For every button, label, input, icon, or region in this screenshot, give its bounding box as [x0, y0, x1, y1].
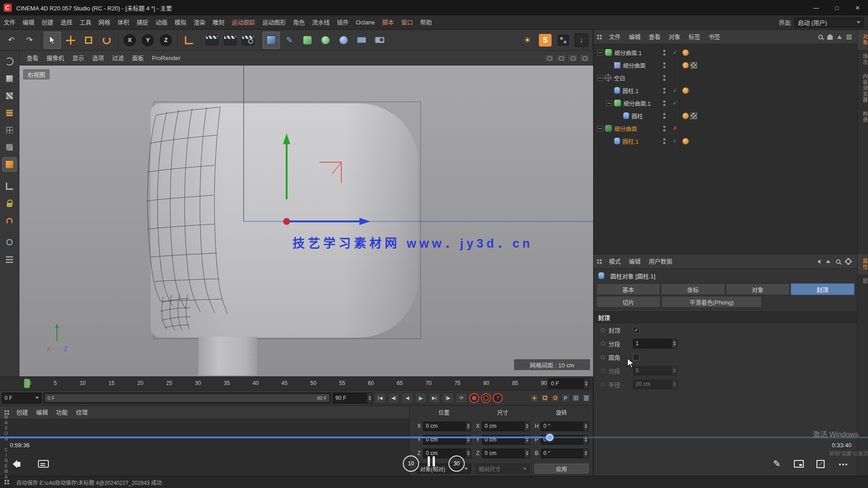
menu-render[interactable]: 渲染	[190, 15, 209, 29]
menu-help[interactable]: 帮助	[416, 15, 435, 29]
xpresso-button[interactable]	[555, 32, 572, 49]
menu-plugins[interactable]: 插件	[333, 15, 352, 29]
menu-motion-tracker[interactable]: 运动跟踪	[228, 15, 259, 29]
search-icon[interactable]	[836, 259, 840, 264]
volume-button[interactable]	[14, 460, 20, 468]
modeling-settings-button[interactable]	[2, 252, 17, 267]
anim-dot-icon[interactable]	[601, 328, 605, 332]
visibility-dots[interactable]	[663, 113, 665, 119]
menu-mesh[interactable]: 网格	[95, 15, 114, 29]
menu-file[interactable]: 文件	[0, 15, 19, 29]
lock-workplane-button[interactable]	[2, 196, 17, 211]
add-light-button[interactable]: ☀	[519, 32, 536, 49]
timeline-ruler[interactable]: 051015202530354045505560657075808590 0 F	[0, 376, 593, 390]
viewport-menu-display[interactable]: 显示	[69, 51, 88, 65]
menu-create[interactable]: 创建	[38, 15, 57, 29]
collapse-icon[interactable]	[597, 126, 603, 131]
hairdryer-body-mesh[interactable]	[151, 103, 418, 338]
coordinate-system-button[interactable]	[180, 32, 198, 49]
close-button[interactable]: ✕	[847, 0, 868, 15]
disabled-cross-icon[interactable]: ✗	[671, 125, 679, 131]
render-to-picture-viewer-button[interactable]	[222, 32, 239, 49]
rotation-b-field[interactable]: 0 °	[541, 449, 589, 458]
menu-character[interactable]: 角色	[289, 15, 308, 29]
fullscreen-button[interactable]	[816, 460, 825, 468]
viewport-menu-panel[interactable]: 面板	[128, 51, 147, 65]
visibility-dots[interactable]	[663, 88, 665, 94]
stepper[interactable]	[367, 393, 372, 403]
visibility-dots[interactable]	[663, 50, 665, 56]
tab-coordinates[interactable]: 坐标	[661, 283, 725, 295]
download-content-button[interactable]: ↓	[573, 32, 590, 49]
size-z-field[interactable]: 0 cm	[482, 449, 530, 458]
frame-dropdown[interactable]: 0 F	[2, 393, 42, 404]
pause-button[interactable]	[428, 456, 435, 466]
points-mode-button[interactable]	[2, 123, 17, 137]
visibility-dots[interactable]	[663, 100, 665, 106]
subtitle-button[interactable]	[38, 460, 49, 468]
record-scale-toggle[interactable]	[540, 394, 549, 403]
om-menu-view[interactable]: 查看	[645, 30, 664, 44]
viewport-menu-view[interactable]: 查看	[23, 51, 42, 65]
collapse-icon[interactable]	[597, 75, 603, 81]
object-row[interactable]: 细分曲面.1 ✓	[594, 46, 857, 59]
keying-help-button[interactable]: ?	[493, 393, 503, 403]
list-icon[interactable]	[846, 37, 852, 38]
scale-tool-button[interactable]	[80, 32, 97, 49]
menu-octane[interactable]: Octane	[352, 15, 378, 29]
collapse-icon[interactable]	[606, 100, 612, 106]
material-menu-texture[interactable]: 纹理	[72, 405, 91, 419]
material-menu-create[interactable]: 创建	[13, 405, 32, 419]
quantize-button[interactable]	[2, 235, 17, 249]
rotation-h-field[interactable]: 0 °	[541, 422, 589, 431]
enabled-check-icon[interactable]: ✓	[671, 138, 679, 144]
viewport-menu-prorender[interactable]: ProRender	[148, 51, 184, 65]
phong-tag-icon[interactable]	[682, 113, 689, 119]
object-row[interactable]: 圆柱	[594, 109, 857, 122]
forward-button[interactable]: 30	[448, 455, 465, 472]
om-menu-bookmarks[interactable]: 书签	[705, 30, 724, 44]
snap-button[interactable]	[2, 213, 17, 228]
stepper[interactable]	[583, 379, 589, 388]
frame-range-slider[interactable]: 0 F 90 F	[43, 393, 331, 404]
more-button[interactable]	[839, 464, 847, 465]
z-axis-lock-button[interactable]: Z	[157, 32, 175, 49]
dock-tab-structure[interactable]: 构造	[858, 107, 868, 127]
play-button[interactable]: ▶	[415, 393, 427, 404]
phong-tag-icon[interactable]	[682, 87, 689, 94]
cap-checkbox[interactable]: ✓	[633, 327, 640, 333]
viewport-rotate-icon[interactable]	[568, 54, 578, 62]
parent-icon[interactable]	[826, 260, 830, 263]
material-menu-function[interactable]: 功能	[52, 405, 71, 419]
rewind-button[interactable]: 10	[403, 455, 419, 472]
search-icon[interactable]	[818, 35, 823, 39]
viewport-pan-icon[interactable]	[544, 54, 554, 62]
minimize-button[interactable]: —	[806, 0, 826, 15]
viewport-zoom-icon[interactable]	[556, 54, 566, 62]
menu-tools[interactable]: 工具	[76, 15, 95, 29]
tab-basic[interactable]: 基本	[596, 283, 660, 295]
add-cube-button[interactable]	[263, 32, 280, 49]
dock-tab-attributes[interactable]: 属性	[858, 254, 868, 274]
next-frame-button[interactable]: ▶|	[429, 393, 440, 404]
polygons-mode-button[interactable]	[2, 157, 17, 172]
object-row[interactable]: 细分曲面	[594, 59, 857, 71]
om-menu-tags[interactable]: 标签	[685, 30, 704, 44]
menu-pipeline[interactable]: 流水线	[308, 15, 333, 29]
player-progress-knob[interactable]	[546, 434, 553, 441]
spline-pen-button[interactable]: ✎	[281, 32, 298, 49]
menu-mograph[interactable]: 运动图形	[259, 15, 289, 29]
texture-mode-button[interactable]	[2, 89, 17, 103]
render-view-button[interactable]	[203, 32, 221, 49]
object-row[interactable]: 细分曲面.1 ✓	[594, 97, 857, 109]
y-axis-lock-button[interactable]: Y	[139, 32, 156, 49]
up-arrow-icon[interactable]	[837, 35, 842, 39]
enable-axis-button[interactable]	[2, 179, 17, 193]
collapse-icon[interactable]	[597, 50, 603, 56]
maximize-button[interactable]: □	[826, 0, 847, 15]
gear-icon[interactable]	[846, 259, 851, 264]
loop-button[interactable]: ⟳	[456, 393, 467, 404]
interface-dropdown[interactable]: 启动 (用户)	[795, 18, 863, 28]
go-to-start-button[interactable]: |◀	[374, 393, 386, 404]
autokey-button[interactable]	[481, 393, 491, 403]
